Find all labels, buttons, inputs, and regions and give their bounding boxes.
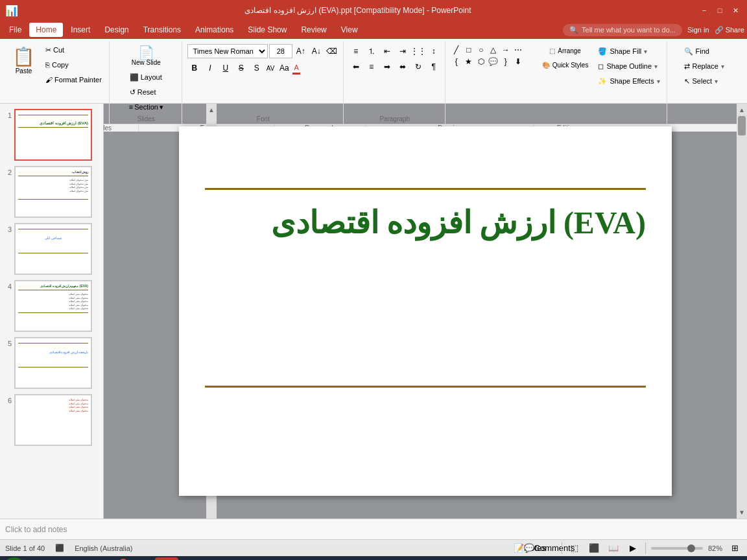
font-name-select[interactable]: Times New Roman xyxy=(187,44,268,58)
increase-indent-button[interactable]: ⇥ xyxy=(396,44,410,58)
slide-thumb-6[interactable]: 6 محتوای متنی اسلاید محتوای متنی اسلاید … xyxy=(3,394,101,446)
quick-styles-button[interactable]: 🎨 Quick Styles xyxy=(538,58,593,72)
shape-circle-btn[interactable]: ○ xyxy=(475,44,487,56)
java-button[interactable]: ☕ xyxy=(81,557,104,560)
reading-view-button[interactable]: 📖 xyxy=(606,541,621,555)
normal-view-button[interactable]: ⬚ xyxy=(567,541,582,555)
paragraph-settings-button[interactable]: ¶ xyxy=(427,60,441,74)
menu-design[interactable]: Design xyxy=(98,23,135,37)
browser-button[interactable]: e xyxy=(56,557,80,560)
slide-thumb-2[interactable]: 2 روش انتخاب متن محتوای اسلاید متن محتوا… xyxy=(3,166,101,218)
v-scrollbar-right[interactable]: ▲ ▼ xyxy=(737,104,747,519)
align-center-button[interactable]: ≡ xyxy=(364,60,379,74)
shape-effects-button[interactable]: ✨ Shape Effects ▾ xyxy=(595,74,662,88)
shape-arrow-btn[interactable]: → xyxy=(500,44,512,56)
scroll-down-btn[interactable]: ▼ xyxy=(739,509,745,516)
slide-thumb-1[interactable]: 1 ارزش افزوده اقتصادی (EVA) xyxy=(3,109,101,161)
shape-more-btn[interactable]: ⋯ xyxy=(512,44,524,56)
media-player-button[interactable]: ▶ xyxy=(32,557,55,560)
numbered-list-button[interactable]: ⒈ xyxy=(364,44,379,58)
font-size-input[interactable] xyxy=(269,44,292,58)
slide-title[interactable]: ارزش افزوده اقتصادی (EVA) xyxy=(205,204,646,240)
shape-star-btn[interactable]: ★ xyxy=(463,56,475,67)
minimize-button[interactable]: − xyxy=(698,4,711,17)
notes-bar[interactable]: Click to add notes xyxy=(0,519,747,539)
fit-slide-button[interactable]: ⊞ xyxy=(728,541,742,555)
bullet-list-button[interactable]: ≡ xyxy=(349,44,363,58)
layout-button[interactable]: ⬛ Layout xyxy=(126,70,166,84)
slide-preview-4[interactable]: مفهوم ارزش افزوده اقتصادی (EVA) محتوای م… xyxy=(14,280,92,332)
slide-preview-3[interactable]: شماخی کلی xyxy=(14,223,92,275)
arrange-button[interactable]: ⬚ Arrange xyxy=(538,44,593,58)
decrease-font-button[interactable]: A↓ xyxy=(309,44,324,58)
font-size-label-btn[interactable]: Aa xyxy=(277,61,291,75)
line-spacing-button[interactable]: ↕ xyxy=(427,44,441,58)
columns-button[interactable]: ⋮⋮ xyxy=(411,44,425,58)
menu-view[interactable]: View xyxy=(335,23,364,37)
slideshow-button[interactable]: ▶ xyxy=(626,541,640,555)
slide-thumb-5[interactable]: 5 تاریخچه ارزش افزوده اقتصادی xyxy=(3,337,101,389)
find-button[interactable]: 🔍 Find xyxy=(682,44,727,58)
shape-line-btn[interactable]: ╱ xyxy=(451,44,462,56)
strikethrough-button[interactable]: S xyxy=(234,61,248,75)
scroll-up-btn[interactable]: ▲ xyxy=(739,104,745,113)
text-direction-button[interactable]: ↻ xyxy=(411,60,425,74)
menu-insert[interactable]: Insert xyxy=(64,23,97,37)
slide-preview-6[interactable]: محتوای متنی اسلاید محتوای متنی اسلاید مح… xyxy=(14,394,92,446)
shape-triangle-btn[interactable]: △ xyxy=(488,44,499,56)
scroll-up-arrow[interactable]: ▲ xyxy=(208,106,215,113)
shape-outline-button[interactable]: ◻ Shape Outline ▾ xyxy=(595,59,662,73)
justify-button[interactable]: ⬌ xyxy=(396,60,410,74)
italic-button[interactable]: I xyxy=(203,61,217,75)
zoom-thumb[interactable] xyxy=(687,544,695,552)
search-bar[interactable]: 🔍 Tell me what you want to do... xyxy=(563,24,682,36)
menu-file[interactable]: File xyxy=(3,23,28,37)
menu-animations[interactable]: Animations xyxy=(189,23,240,37)
decrease-indent-button[interactable]: ⇤ xyxy=(380,44,394,58)
shape-flow-btn[interactable]: ⬡ xyxy=(475,56,487,67)
increase-font-button[interactable]: A↑ xyxy=(294,44,308,58)
cut-button[interactable]: ✂ ✂ CutCut xyxy=(42,43,105,57)
slide-thumb-4[interactable]: 4 مفهوم ارزش افزوده اقتصادی (EVA) محتوای… xyxy=(3,280,101,332)
menu-review[interactable]: Review xyxy=(294,23,333,37)
powerpoint-taskbar-button[interactable]: P xyxy=(155,557,178,560)
slide-canvas[interactable]: ارزش افزوده اقتصادی (EVA) xyxy=(179,126,672,496)
align-left-button[interactable]: ⬅ xyxy=(349,60,363,74)
new-slide-button[interactable]: 📄 New Slide xyxy=(126,43,166,69)
zoom-slider[interactable] xyxy=(651,547,703,550)
maximize-button[interactable]: □ xyxy=(713,4,726,17)
clear-format-button[interactable]: ⌫ xyxy=(325,44,339,58)
slide-sorter-button[interactable]: ⬛ xyxy=(587,541,601,555)
start-button[interactable]: ⊞ xyxy=(3,557,26,560)
signin-btn[interactable]: Sign in xyxy=(687,26,709,34)
notes-placeholder[interactable]: Click to add notes xyxy=(5,525,67,534)
shape-fill-button[interactable]: 🪣 Shape Fill ▾ xyxy=(595,44,662,58)
menu-slideshow[interactable]: Slide Show xyxy=(241,23,293,37)
scroll-thumb[interactable] xyxy=(738,116,746,135)
slide-preview-1[interactable]: ارزش افزوده اقتصادی (EVA) xyxy=(14,109,92,161)
font-color-button[interactable]: A xyxy=(292,62,300,75)
canvas-area[interactable]: ▲ ارزش افزوده اقتصادی (EVA) ▲ ▼ xyxy=(104,104,747,519)
shape-call-btn[interactable]: 💬 xyxy=(488,56,499,67)
shape-expand-btn[interactable]: ⬇ xyxy=(512,56,524,67)
telegram-button[interactable]: ✈ 76 xyxy=(106,557,129,560)
menu-transitions[interactable]: Transitions xyxy=(137,23,187,37)
replace-button[interactable]: ⇄ Replace ▾ xyxy=(682,59,727,73)
bold-button[interactable]: B xyxy=(187,61,202,75)
shape-eq-btn[interactable]: { xyxy=(451,56,462,67)
shadow-button[interactable]: S xyxy=(250,61,264,75)
shape-rect-btn[interactable]: □ xyxy=(463,44,475,56)
underline-button[interactable]: U xyxy=(219,61,233,75)
format-painter-button[interactable]: 🖌 Format Painter xyxy=(42,73,105,87)
copy-button[interactable]: ⎘ Copy xyxy=(42,58,105,72)
select-button[interactable]: ↖ Select ▾ xyxy=(682,74,727,88)
comments-status-button[interactable]: 💬 Comments xyxy=(542,541,556,555)
slide-preview-5[interactable]: تاریخچه ارزش افزوده اقتصادی xyxy=(14,337,92,389)
align-right-button[interactable]: ➡ xyxy=(380,60,394,74)
share-btn[interactable]: 🔗 Share xyxy=(715,26,744,34)
shape-eq2-btn[interactable]: } xyxy=(500,56,512,67)
firefox-button[interactable]: 🦊 xyxy=(130,557,154,560)
close-button[interactable]: ✕ xyxy=(729,4,742,17)
slide-preview-2[interactable]: روش انتخاب متن محتوای اسلاید متن محتوای … xyxy=(14,166,92,218)
menu-home[interactable]: Home xyxy=(29,23,63,37)
